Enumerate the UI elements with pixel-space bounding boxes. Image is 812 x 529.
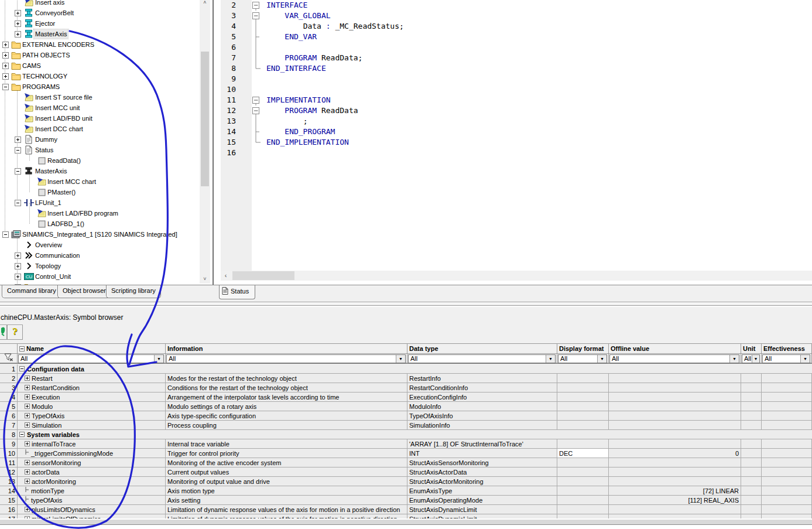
tree-item-label[interactable]: Insert ST source file [34, 93, 94, 102]
code-line[interactable]: 7 PROGRAM ReadData; [221, 53, 811, 63]
information-cell[interactable]: Monitoring of output value and drive [166, 477, 407, 486]
tree-item[interactable]: ReadData() [0, 155, 198, 166]
table-row[interactable]: 7SimulationProcess couplingSimulationInf… [0, 421, 812, 430]
expand-icon[interactable] [25, 506, 30, 514]
tree-item-label[interactable]: Overview [34, 240, 63, 250]
expand-icon[interactable] [25, 421, 30, 429]
tree-item[interactable]: MasterAxis [0, 166, 198, 176]
tree-item[interactable]: SINAMICS_Integrated_1 [S120 SINAMICS Int… [0, 229, 198, 240]
tab-status[interactable]: Status [219, 285, 255, 299]
filter-dropdown[interactable]: All▼ [609, 354, 739, 363]
unit-cell[interactable] [741, 458, 762, 467]
offline-value-cell[interactable] [609, 393, 741, 402]
table-row[interactable]: 1Configuration data [0, 364, 812, 374]
expand-icon[interactable] [2, 52, 9, 59]
information-cell[interactable]: Axis motion type [166, 486, 407, 496]
offline-value-cell[interactable] [609, 477, 741, 486]
tree-item-label[interactable]: TECHNOLOGY [21, 71, 68, 81]
table-row[interactable]: 16plusLimitsOfDynamicsLimitation of dyna… [0, 505, 812, 514]
tree-item[interactable]: PMaster() [0, 187, 198, 197]
offline-value-cell[interactable]: [72] LINEAR [609, 486, 741, 496]
tree-item-label[interactable]: Insert LAD/FBD program [46, 209, 119, 218]
datatype-cell[interactable]: 'ARRAY [1..8] OF StructInternalToTrace' [407, 439, 557, 449]
effectiveness-cell[interactable] [762, 496, 812, 505]
effectiveness-cell[interactable] [762, 486, 812, 496]
chevron-down-icon[interactable]: ▼ [752, 355, 759, 363]
collapse-icon[interactable] [2, 84, 9, 90]
expand-icon[interactable] [25, 477, 30, 486]
offline-value-cell[interactable] [609, 439, 741, 449]
expand-icon[interactable] [25, 412, 30, 420]
column-header-info[interactable]: Information [166, 343, 407, 354]
tree-item-label[interactable]: Dummy [34, 135, 59, 144]
tab-object-browser[interactable]: Object browser [57, 285, 111, 298]
tree-item[interactable]: LADFBD_1() [0, 219, 198, 229]
display-format-cell[interactable] [557, 393, 609, 402]
tree-item[interactable]: Insert LAD/FBD program [0, 208, 198, 219]
chevron-down-icon[interactable]: ▼ [396, 355, 405, 363]
name-cell[interactable]: plusLimitsOfDynamics [18, 505, 166, 514]
name-cell[interactable]: _triggerCommissioningMode [18, 449, 166, 458]
name-cell[interactable]: actorData [18, 467, 166, 477]
fold-collapse-icon[interactable] [252, 0, 265, 11]
information-cell[interactable]: Internal trace variable [166, 439, 407, 449]
effectiveness-cell[interactable] [762, 467, 812, 477]
datatype-cell[interactable]: EnumAxisOperatingMode [407, 496, 557, 505]
scroll-left-icon[interactable]: ‹ [221, 271, 231, 281]
effectiveness-cell[interactable] [762, 477, 812, 486]
tab-scripting-library[interactable]: Scripting library [106, 285, 161, 298]
effectiveness-cell[interactable] [762, 514, 812, 518]
information-cell[interactable]: Modes for the restart of the technology … [166, 374, 407, 383]
tree-item[interactable]: CUControl_Unit [0, 271, 198, 282]
column-header-datatype[interactable]: Data type [407, 343, 557, 354]
expand-icon[interactable] [15, 21, 21, 27]
tree-item-label[interactable]: ConveyorBelt [34, 8, 75, 18]
help-button[interactable]: ? [7, 325, 23, 340]
datatype-cell[interactable]: SimulationInfo [407, 421, 557, 430]
tree-item-label[interactable]: Insert DCC chart [34, 124, 84, 134]
offline-value-cell[interactable] [609, 411, 741, 421]
information-cell[interactable]: Limitation of dynamic response values of… [166, 514, 407, 518]
monitor-button[interactable] [0, 325, 7, 340]
scroll-up-icon[interactable]: ˄︎ [200, 0, 210, 7]
tree-item-label[interactable]: PROGRAMS [21, 82, 61, 91]
display-format-cell[interactable]: DEC [557, 449, 609, 458]
filter-dropdown[interactable]: All▼ [742, 354, 760, 363]
datatype-cell[interactable]: StructAxisActorData [407, 467, 557, 477]
offline-value-cell[interactable] [609, 374, 741, 383]
fold-collapse-icon[interactable] [252, 11, 265, 21]
unit-cell[interactable] [741, 514, 762, 518]
expand-icon[interactable] [25, 515, 30, 519]
tree-item[interactable]: Insert axis [0, 0, 198, 8]
unit-cell[interactable] [741, 393, 762, 402]
tree-item[interactable]: CAMS [0, 60, 198, 71]
display-format-cell[interactable] [557, 486, 609, 496]
datatype-cell[interactable]: RestartConditionInfo [407, 383, 557, 393]
tree-item[interactable]: Insert MCC unit [0, 103, 198, 113]
expand-icon[interactable] [25, 468, 30, 476]
tree-item[interactable]: Insert LAD/FBD unit [0, 113, 198, 124]
display-format-cell[interactable] [557, 477, 609, 486]
unit-cell[interactable] [741, 421, 762, 430]
offline-value-cell[interactable] [609, 514, 741, 518]
datatype-cell[interactable]: StructAxisActorMonitoring [407, 477, 557, 486]
effectiveness-cell[interactable] [762, 505, 812, 514]
table-row[interactable]: 17minusLimitsOfDynamicsLimitation of dyn… [0, 514, 812, 518]
tree-item[interactable]: Communication [0, 250, 198, 261]
expand-icon[interactable] [2, 73, 9, 80]
chevron-down-icon[interactable]: ▼ [154, 355, 163, 363]
expand-icon[interactable] [25, 374, 30, 383]
tree-item[interactable]: Insert MCC chart [0, 176, 198, 187]
code-line[interactable]: 15END_IMPLEMENTATION [221, 137, 811, 148]
table-row[interactable]: 5ModuloModulo settings of a rotary axisM… [0, 402, 812, 411]
unit-cell[interactable] [741, 383, 762, 393]
expand-icon[interactable] [15, 263, 21, 269]
unit-cell[interactable] [741, 374, 762, 383]
datatype-cell[interactable]: StructAxisDynamicLimit [407, 505, 557, 514]
unit-cell[interactable] [741, 411, 762, 421]
name-cell[interactable]: Restart [18, 374, 166, 383]
column-header-num[interactable] [0, 343, 18, 354]
expand-icon[interactable] [25, 384, 30, 392]
table-row[interactable]: 14motionTypeAxis motion typeEnumAxisType… [0, 486, 812, 496]
datatype-cell[interactable]: ModuloInfo [407, 402, 557, 411]
